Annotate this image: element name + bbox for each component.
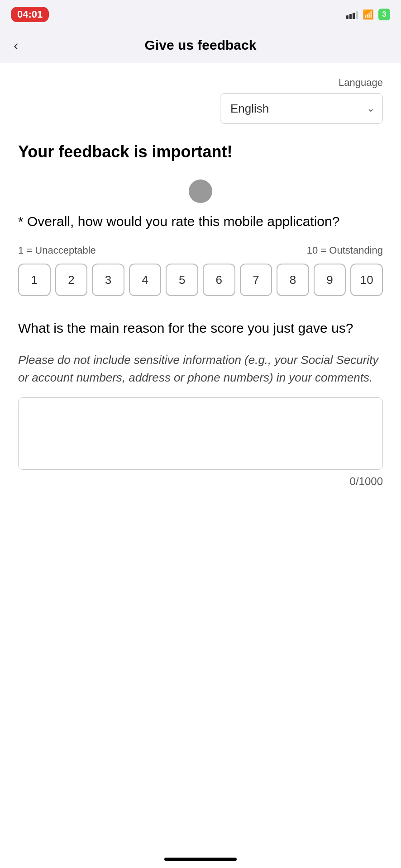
- rating-btn-4[interactable]: 4: [129, 264, 162, 296]
- page-title: Give us feedback: [145, 38, 257, 53]
- signal-bar-2: [349, 14, 352, 19]
- char-count: 0/1000: [18, 475, 383, 488]
- rating-btn-5[interactable]: 5: [166, 264, 198, 296]
- status-time: 04:01: [11, 7, 49, 22]
- rating-btn-8[interactable]: 8: [277, 264, 309, 296]
- feedback-heading: Your feedback is important!: [18, 142, 383, 161]
- rating-section: * Overall, how would you rate this mobil…: [18, 179, 383, 296]
- scale-min-label: 1 = Unacceptable: [18, 245, 96, 256]
- wifi-icon: 📶: [363, 9, 374, 20]
- rating-btn-10[interactable]: 10: [350, 264, 383, 296]
- comments-textarea[interactable]: [18, 397, 383, 470]
- rating-btn-9[interactable]: 9: [314, 264, 346, 296]
- signal-bar-3: [353, 13, 355, 19]
- rating-btn-3[interactable]: 3: [92, 264, 124, 296]
- drag-indicator: [189, 179, 212, 203]
- comments-section: What is the main reason for the score yo…: [18, 319, 383, 488]
- status-icons: 📶 3: [346, 9, 390, 20]
- rating-btn-6[interactable]: 6: [203, 264, 235, 296]
- comments-disclaimer: Please do not include sensitive informat…: [18, 351, 383, 387]
- rating-btn-1[interactable]: 1: [18, 264, 51, 296]
- scale-max-label: 10 = Outstanding: [307, 245, 383, 256]
- network-badge: 3: [378, 9, 390, 20]
- main-content: Language English Spanish French German P…: [0, 63, 401, 868]
- rating-question: * Overall, how would you rate this mobil…: [18, 212, 383, 231]
- comments-question: What is the main reason for the score yo…: [18, 319, 383, 338]
- language-select[interactable]: English Spanish French German Portuguese: [220, 93, 383, 124]
- home-indicator: [164, 858, 237, 861]
- rating-buttons: 1 2 3 4 5 6 7 8 9 10: [18, 264, 383, 296]
- signal-bar-1: [346, 15, 348, 19]
- back-button[interactable]: ‹: [14, 37, 19, 54]
- language-label: Language: [339, 77, 383, 89]
- language-select-wrapper: English Spanish French German Portuguese…: [220, 93, 383, 124]
- signal-icon: [346, 10, 358, 19]
- rating-scale-labels: 1 = Unacceptable 10 = Outstanding: [18, 245, 383, 256]
- language-section: Language English Spanish French German P…: [18, 72, 383, 124]
- rating-btn-2[interactable]: 2: [55, 264, 88, 296]
- signal-bar-4: [356, 11, 358, 19]
- nav-header: ‹ Give us feedback: [0, 27, 401, 63]
- rating-btn-7[interactable]: 7: [240, 264, 272, 296]
- status-bar: 04:01 📶 3: [0, 0, 401, 27]
